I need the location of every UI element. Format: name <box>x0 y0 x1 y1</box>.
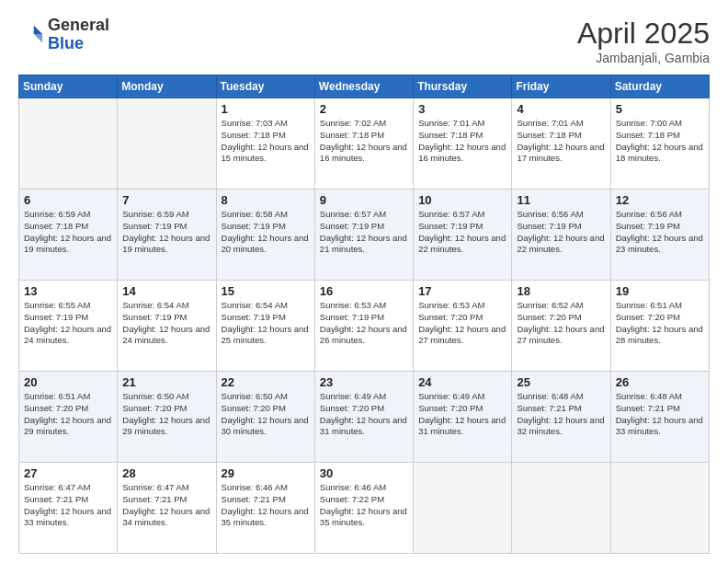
calendar-cell <box>19 98 118 190</box>
day-info: Sunrise: 6:59 AM Sunset: 7:18 PM Dayligh… <box>24 209 112 256</box>
day-info: Sunrise: 6:48 AM Sunset: 7:21 PM Dayligh… <box>517 391 605 438</box>
day-number: 9 <box>320 193 408 207</box>
calendar-cell: 24Sunrise: 6:49 AM Sunset: 7:20 PM Dayli… <box>414 372 512 463</box>
calendar-cell: 4Sunrise: 7:01 AM Sunset: 7:18 PM Daylig… <box>512 98 610 190</box>
calendar-cell: 18Sunrise: 6:52 AM Sunset: 7:20 PM Dayli… <box>512 281 610 372</box>
day-header-monday: Monday <box>118 75 216 98</box>
day-number: 6 <box>24 193 112 207</box>
calendar-week-row: 27Sunrise: 6:47 AM Sunset: 7:21 PM Dayli… <box>19 463 710 554</box>
day-info: Sunrise: 6:47 AM Sunset: 7:21 PM Dayligh… <box>24 482 112 529</box>
calendar-cell: 23Sunrise: 6:49 AM Sunset: 7:20 PM Dayli… <box>314 372 413 463</box>
calendar-header-row: SundayMondayTuesdayWednesdayThursdayFrid… <box>19 75 710 98</box>
calendar-week-row: 1Sunrise: 7:03 AM Sunset: 7:18 PM Daylig… <box>19 98 710 190</box>
day-number: 8 <box>222 193 310 207</box>
day-number: 14 <box>122 284 210 298</box>
calendar-cell: 27Sunrise: 6:47 AM Sunset: 7:21 PM Dayli… <box>19 463 118 554</box>
calendar-cell: 2Sunrise: 7:02 AM Sunset: 7:18 PM Daylig… <box>314 98 413 190</box>
day-number: 29 <box>222 466 310 480</box>
day-info: Sunrise: 6:49 AM Sunset: 7:20 PM Dayligh… <box>320 391 408 438</box>
day-number: 5 <box>616 102 704 116</box>
calendar-week-row: 6Sunrise: 6:59 AM Sunset: 7:18 PM Daylig… <box>19 190 710 281</box>
calendar-cell: 5Sunrise: 7:00 AM Sunset: 7:18 PM Daylig… <box>610 98 709 190</box>
calendar-cell: 9Sunrise: 6:57 AM Sunset: 7:19 PM Daylig… <box>314 190 413 281</box>
day-number: 17 <box>418 284 506 298</box>
logo-general-text: General <box>48 17 109 35</box>
day-info: Sunrise: 6:51 AM Sunset: 7:20 PM Dayligh… <box>24 391 112 438</box>
day-number: 19 <box>616 284 704 298</box>
day-number: 16 <box>320 284 408 298</box>
calendar-cell: 11Sunrise: 6:56 AM Sunset: 7:19 PM Dayli… <box>512 190 610 281</box>
day-info: Sunrise: 6:46 AM Sunset: 7:22 PM Dayligh… <box>320 482 408 529</box>
day-number: 27 <box>24 466 112 480</box>
day-info: Sunrise: 6:58 AM Sunset: 7:19 PM Dayligh… <box>222 209 310 256</box>
month-title: April 2025 <box>577 17 710 51</box>
day-number: 20 <box>24 375 112 389</box>
calendar-cell: 1Sunrise: 7:03 AM Sunset: 7:18 PM Daylig… <box>216 98 314 190</box>
day-info: Sunrise: 6:57 AM Sunset: 7:19 PM Dayligh… <box>320 209 408 256</box>
day-header-thursday: Thursday <box>414 75 512 98</box>
calendar-cell <box>512 463 610 554</box>
calendar-cell: 22Sunrise: 6:50 AM Sunset: 7:20 PM Dayli… <box>216 372 314 463</box>
logo-blue-text: Blue <box>48 35 109 53</box>
day-number: 21 <box>122 375 210 389</box>
day-number: 18 <box>517 284 605 298</box>
day-number: 4 <box>517 102 605 116</box>
day-info: Sunrise: 7:03 AM Sunset: 7:18 PM Dayligh… <box>222 118 310 165</box>
day-info: Sunrise: 6:46 AM Sunset: 7:21 PM Dayligh… <box>222 482 310 529</box>
day-info: Sunrise: 6:48 AM Sunset: 7:21 PM Dayligh… <box>616 391 704 438</box>
svg-marker-0 <box>34 26 42 34</box>
day-number: 2 <box>320 102 408 116</box>
day-number: 24 <box>418 375 506 389</box>
day-info: Sunrise: 6:54 AM Sunset: 7:19 PM Dayligh… <box>222 300 310 347</box>
day-header-tuesday: Tuesday <box>216 75 314 98</box>
day-info: Sunrise: 7:01 AM Sunset: 7:18 PM Dayligh… <box>517 118 605 165</box>
day-info: Sunrise: 7:00 AM Sunset: 7:18 PM Dayligh… <box>616 118 704 165</box>
day-info: Sunrise: 7:02 AM Sunset: 7:18 PM Dayligh… <box>320 118 408 165</box>
calendar-cell: 29Sunrise: 6:46 AM Sunset: 7:21 PM Dayli… <box>216 463 314 554</box>
day-info: Sunrise: 6:53 AM Sunset: 7:20 PM Dayligh… <box>418 300 506 347</box>
day-number: 11 <box>517 193 605 207</box>
calendar-cell: 30Sunrise: 6:46 AM Sunset: 7:22 PM Dayli… <box>314 463 413 554</box>
day-number: 30 <box>320 466 408 480</box>
day-info: Sunrise: 6:47 AM Sunset: 7:21 PM Dayligh… <box>122 482 210 529</box>
calendar-cell: 7Sunrise: 6:59 AM Sunset: 7:19 PM Daylig… <box>118 190 216 281</box>
day-number: 10 <box>418 193 506 207</box>
day-info: Sunrise: 6:53 AM Sunset: 7:19 PM Dayligh… <box>320 300 408 347</box>
day-info: Sunrise: 6:56 AM Sunset: 7:19 PM Dayligh… <box>616 209 704 256</box>
calendar-cell: 19Sunrise: 6:51 AM Sunset: 7:20 PM Dayli… <box>610 281 709 372</box>
calendar-cell: 28Sunrise: 6:47 AM Sunset: 7:21 PM Dayli… <box>118 463 216 554</box>
day-info: Sunrise: 6:57 AM Sunset: 7:19 PM Dayligh… <box>418 209 506 256</box>
day-info: Sunrise: 6:52 AM Sunset: 7:20 PM Dayligh… <box>517 300 605 347</box>
day-header-friday: Friday <box>512 75 610 98</box>
calendar-cell: 17Sunrise: 6:53 AM Sunset: 7:20 PM Dayli… <box>414 281 512 372</box>
day-number: 23 <box>320 375 408 389</box>
day-info: Sunrise: 6:50 AM Sunset: 7:20 PM Dayligh… <box>122 391 210 438</box>
title-area: April 2025 Jambanjali, Gambia <box>577 17 710 65</box>
calendar-cell: 21Sunrise: 6:50 AM Sunset: 7:20 PM Dayli… <box>118 372 216 463</box>
calendar-cell: 14Sunrise: 6:54 AM Sunset: 7:19 PM Dayli… <box>118 281 216 372</box>
day-number: 3 <box>418 102 506 116</box>
day-number: 1 <box>222 102 310 116</box>
calendar-cell: 10Sunrise: 6:57 AM Sunset: 7:19 PM Dayli… <box>414 190 512 281</box>
day-number: 7 <box>122 193 210 207</box>
day-info: Sunrise: 6:50 AM Sunset: 7:20 PM Dayligh… <box>222 391 310 438</box>
calendar-cell <box>610 463 709 554</box>
calendar-cell: 16Sunrise: 6:53 AM Sunset: 7:19 PM Dayli… <box>314 281 413 372</box>
day-number: 26 <box>616 375 704 389</box>
calendar-cell: 20Sunrise: 6:51 AM Sunset: 7:20 PM Dayli… <box>19 372 118 463</box>
day-header-wednesday: Wednesday <box>314 75 413 98</box>
day-number: 13 <box>24 284 112 298</box>
day-number: 12 <box>616 193 704 207</box>
svg-marker-1 <box>34 34 42 42</box>
day-info: Sunrise: 6:51 AM Sunset: 7:20 PM Dayligh… <box>616 300 704 347</box>
calendar-cell: 12Sunrise: 6:56 AM Sunset: 7:19 PM Dayli… <box>610 190 709 281</box>
day-info: Sunrise: 6:55 AM Sunset: 7:19 PM Dayligh… <box>24 300 112 347</box>
day-info: Sunrise: 6:59 AM Sunset: 7:19 PM Dayligh… <box>122 209 210 256</box>
calendar-cell: 8Sunrise: 6:58 AM Sunset: 7:19 PM Daylig… <box>216 190 314 281</box>
day-number: 15 <box>222 284 310 298</box>
calendar-cell <box>414 463 512 554</box>
day-info: Sunrise: 6:56 AM Sunset: 7:19 PM Dayligh… <box>517 209 605 256</box>
location-subtitle: Jambanjali, Gambia <box>577 51 710 65</box>
day-number: 25 <box>517 375 605 389</box>
logo: General Blue <box>18 17 109 53</box>
